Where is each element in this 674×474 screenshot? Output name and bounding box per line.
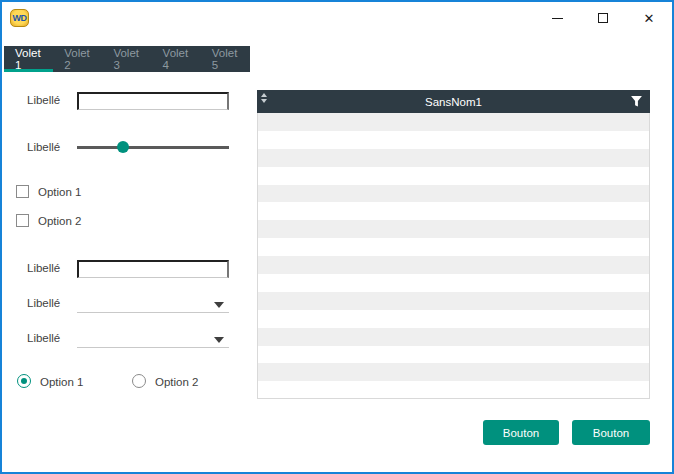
table-body[interactable]	[257, 113, 650, 399]
table-row[interactable]	[258, 131, 649, 149]
combo-1-chevron-down-icon[interactable]	[214, 302, 224, 308]
table-row[interactable]	[258, 256, 649, 274]
slider[interactable]	[77, 140, 229, 154]
checkbox-option-2[interactable]	[16, 214, 29, 227]
sort-icon[interactable]	[261, 93, 267, 103]
table-row[interactable]	[258, 113, 649, 131]
window-controls: ✕	[542, 6, 664, 30]
table-row[interactable]	[258, 274, 649, 292]
filter-icon[interactable]	[630, 95, 643, 110]
radio-option-1-label: Option 1	[40, 376, 83, 388]
slider-thumb[interactable]	[117, 141, 129, 153]
table-row[interactable]	[258, 346, 649, 364]
tab-volet-1[interactable]: Volet 1	[4, 46, 53, 72]
checkbox-option-1-label: Option 1	[38, 186, 81, 198]
slider-track[interactable]	[77, 146, 229, 149]
table-header[interactable]: SansNom1	[257, 90, 650, 113]
maximize-icon	[598, 13, 608, 23]
maximize-button[interactable]	[588, 6, 618, 30]
table-row[interactable]	[258, 238, 649, 256]
text-field-1-input[interactable]	[77, 92, 229, 110]
combo-1-select[interactable]	[77, 295, 229, 313]
tab-strip: Volet 1 Volet 2 Volet 3 Volet 4 Volet 5	[4, 46, 250, 72]
tab-volet-5[interactable]: Volet 5	[201, 46, 250, 72]
table-row[interactable]	[258, 202, 649, 220]
text-field-1-label: Libellé	[27, 94, 60, 106]
table-row[interactable]	[258, 185, 649, 203]
action-button-2[interactable]: Bouton	[572, 420, 650, 445]
minimize-icon	[552, 18, 563, 19]
slider-label: Libellé	[27, 141, 60, 153]
checkbox-option-2-label: Option 2	[38, 215, 81, 227]
text-field-2-input[interactable]	[77, 260, 229, 278]
table-row[interactable]	[258, 328, 649, 346]
close-button[interactable]: ✕	[634, 6, 664, 30]
table-row[interactable]	[258, 310, 649, 328]
minimize-button[interactable]	[542, 6, 572, 30]
tab-volet-3[interactable]: Volet 3	[102, 46, 151, 72]
table-row[interactable]	[258, 220, 649, 238]
combo-2-label: Libellé	[27, 332, 60, 344]
title-bar: WD ✕	[2, 2, 672, 46]
app-window: WD ✕ Volet 1 Volet 2 Volet 3 Volet 4 Vol…	[0, 0, 674, 474]
table-row[interactable]	[258, 292, 649, 310]
checkbox-option-1[interactable]	[16, 185, 29, 198]
close-icon: ✕	[644, 12, 655, 25]
tab-volet-2[interactable]: Volet 2	[53, 46, 102, 72]
combo-1-label: Libellé	[27, 297, 60, 309]
text-field-2-label: Libellé	[27, 262, 60, 274]
table-column-title: SansNom1	[425, 96, 482, 108]
combo-2-chevron-down-icon[interactable]	[214, 337, 224, 343]
tab-volet-4[interactable]: Volet 4	[152, 46, 201, 72]
table-row[interactable]	[258, 167, 649, 185]
table-row[interactable]	[258, 149, 649, 167]
combo-2-select[interactable]	[77, 330, 229, 348]
action-button-1[interactable]: Bouton	[483, 420, 559, 445]
radio-option-2[interactable]	[132, 374, 146, 388]
radio-option-2-label: Option 2	[155, 376, 198, 388]
table-row[interactable]	[258, 381, 649, 399]
table-row[interactable]	[258, 363, 649, 381]
app-logo-icon: WD	[10, 9, 29, 27]
radio-option-1[interactable]	[17, 374, 31, 388]
data-table: SansNom1	[257, 90, 650, 399]
